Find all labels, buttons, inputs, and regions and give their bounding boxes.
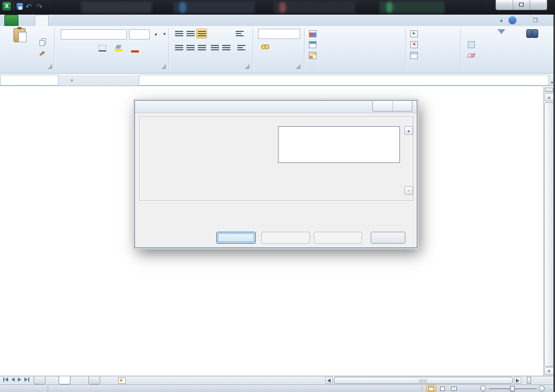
scroll-up-icon[interactable]: ▲	[544, 93, 554, 101]
merge-center-button[interactable]	[234, 43, 248, 53]
wrap-text-button[interactable]	[234, 29, 245, 38]
next-sheet-button[interactable]	[18, 377, 21, 382]
minimize-button[interactable]	[496, 0, 513, 10]
format-as-table-button[interactable]	[309, 40, 321, 50]
dialog-window-buttons	[372, 101, 412, 112]
find-select-button[interactable]	[517, 28, 547, 44]
zoom-slider-thumb[interactable]	[510, 386, 515, 391]
dialog-close-icon[interactable]	[393, 101, 412, 111]
formula-input[interactable]	[139, 75, 548, 86]
sort-filter-button[interactable]	[482, 28, 516, 45]
copy-button[interactable]	[37, 38, 47, 48]
paste-button[interactable]	[5, 28, 34, 44]
save-icon[interactable]	[16, 3, 23, 10]
alignment-dialog-launcher-icon[interactable]	[245, 64, 249, 69]
page-layout-view-button[interactable]	[437, 385, 448, 392]
font-color-button[interactable]	[130, 43, 140, 53]
split-handle[interactable]	[545, 88, 553, 92]
align-right-button[interactable]	[196, 43, 207, 53]
clear-button[interactable]	[465, 50, 478, 60]
tab-file[interactable]	[4, 15, 18, 26]
dialog-close-button[interactable]	[371, 232, 405, 244]
evaluate-button[interactable]	[216, 232, 256, 244]
sheet-tab-list2[interactable]	[59, 376, 70, 384]
drag-handle-icon[interactable]	[70, 79, 73, 82]
sheet-tab-lab2[interactable]	[34, 376, 46, 384]
format-cells-button[interactable]	[410, 50, 422, 61]
tab-home[interactable]	[35, 15, 49, 26]
orientation-button[interactable]	[209, 29, 222, 38]
first-sheet-button[interactable]	[3, 377, 8, 382]
tab-review[interactable]	[259, 15, 272, 26]
tab-insert[interactable]	[75, 15, 88, 26]
name-box[interactable]	[0, 75, 59, 86]
cut-button[interactable]	[37, 28, 47, 37]
styles-group-label	[304, 63, 405, 71]
fill-button[interactable]	[465, 40, 478, 49]
italic-button[interactable]	[70, 43, 79, 53]
increase-indent-button[interactable]	[221, 43, 231, 53]
align-middle-button[interactable]	[185, 29, 196, 38]
eval-scroll-up-icon[interactable]: ▲	[404, 126, 413, 135]
sheet-tab-list3[interactable]	[88, 376, 100, 384]
cell-styles-button[interactable]	[309, 50, 321, 61]
font-family-combo[interactable]	[61, 29, 127, 40]
align-top-button[interactable]	[173, 29, 184, 38]
insert-cells-button[interactable]	[410, 29, 422, 39]
zoom-in-icon[interactable]	[539, 386, 545, 391]
scroll-down-icon[interactable]: ▼	[544, 367, 554, 375]
dialog-title-bar[interactable]	[135, 101, 417, 113]
accounting-format-button[interactable]	[259, 42, 272, 51]
zoom-out-icon[interactable]	[480, 386, 486, 391]
align-center-button[interactable]	[185, 43, 196, 53]
evaluation-box[interactable]	[278, 126, 400, 163]
ribbon-restore-icon[interactable]: ❐	[533, 17, 538, 24]
tab-page-layout[interactable]	[111, 15, 124, 26]
format-painter-button[interactable]	[37, 49, 47, 58]
clipboard-dialog-launcher-icon[interactable]	[48, 64, 52, 69]
borders-button[interactable]	[98, 43, 107, 53]
scroll-right-icon[interactable]	[514, 377, 521, 384]
excel-logo-icon[interactable]: X	[2, 2, 11, 11]
grow-font-button[interactable]: ▴	[152, 29, 159, 39]
align-bottom-button[interactable]	[196, 29, 207, 38]
undo-icon[interactable]: ↶	[25, 3, 32, 10]
tab-formulas[interactable]	[178, 15, 191, 26]
autosum-button[interactable]	[465, 29, 478, 38]
horizontal-scroll-thumb[interactable]	[334, 377, 513, 384]
scroll-left-icon[interactable]	[325, 377, 333, 384]
underline-button[interactable]	[80, 43, 89, 53]
normal-view-button[interactable]	[426, 385, 436, 392]
font-size-combo[interactable]	[129, 29, 150, 40]
last-sheet-button[interactable]	[24, 377, 29, 382]
vertical-scrollbar[interactable]: ▲ ▼	[543, 87, 554, 376]
comma-style-button[interactable]	[284, 42, 297, 51]
percent-style-button[interactable]	[274, 42, 283, 51]
number-dialog-launcher-icon[interactable]	[296, 64, 300, 69]
horizontal-scrollbar[interactable]	[325, 377, 537, 384]
font-dialog-launcher-icon[interactable]	[162, 64, 166, 69]
dialog-help-icon[interactable]	[373, 101, 393, 111]
tab-split-handle[interactable]	[527, 377, 531, 384]
fill-color-button[interactable]	[114, 43, 124, 53]
help-icon[interactable]	[508, 16, 517, 24]
collapse-ribbon-icon[interactable]: ▲	[499, 18, 504, 23]
evaluate-formula-dialog[interactable]: ▲ ▼	[134, 100, 417, 248]
delete-cells-button[interactable]	[410, 40, 422, 50]
insert-worksheet-icon[interactable]	[118, 377, 126, 384]
decrease-decimal-button[interactable]	[274, 51, 288, 61]
page-break-view-button[interactable]	[449, 385, 459, 392]
close-button[interactable]	[530, 0, 547, 10]
number-format-combo[interactable]	[258, 29, 300, 39]
conditional-formatting-button[interactable]	[309, 29, 321, 39]
decrease-indent-button[interactable]	[209, 43, 220, 53]
shrink-font-button[interactable]: ▾	[160, 29, 168, 39]
prev-sheet-button[interactable]	[11, 377, 15, 382]
tab-data[interactable]	[223, 15, 236, 26]
align-left-button[interactable]	[173, 43, 184, 53]
increase-decimal-button[interactable]	[259, 51, 273, 61]
tab-view[interactable]	[322, 15, 335, 26]
vertical-scroll-thumb[interactable]	[544, 102, 554, 367]
bold-button[interactable]	[61, 43, 69, 53]
maximize-button[interactable]	[513, 0, 531, 10]
